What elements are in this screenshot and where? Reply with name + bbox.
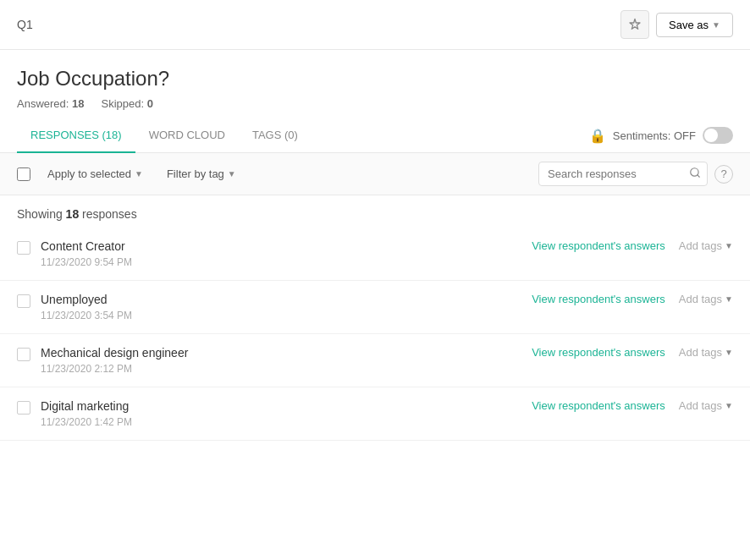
response-content: Content Creator 11/23/2020 9:54 PM [41, 239, 521, 268]
response-checkbox-2[interactable] [17, 348, 30, 361]
view-respondent-link[interactable]: View respondent's answers [532, 293, 665, 305]
response-item: Digital marketing 11/23/2020 1:42 PM Vie… [0, 387, 750, 441]
question-label: Q1 [17, 18, 33, 31]
response-item: Unemployed 11/23/2020 3:54 PM View respo… [0, 281, 750, 334]
response-actions: View respondent's answers Add tags ▼ [532, 293, 733, 305]
response-actions: View respondent's answers Add tags ▼ [532, 346, 733, 359]
answered-stat: Answered: 18 [17, 97, 85, 110]
tab-responses[interactable]: RESPONSES (18) [17, 118, 135, 153]
select-all-checkbox[interactable] [17, 167, 30, 181]
response-actions: View respondent's answers Add tags ▼ [532, 399, 733, 412]
response-text: Unemployed [41, 293, 521, 306]
search-wrapper [538, 162, 708, 186]
pin-button[interactable] [620, 10, 649, 39]
tabs-bar: RESPONSES (18) WORD CLOUD TAGS (0) 🔒 Sen… [0, 118, 750, 153]
response-checkbox-1[interactable] [17, 294, 30, 308]
question-stats: Answered: 18 Skipped: 0 [17, 97, 733, 110]
save-chevron-icon: ▼ [712, 20, 720, 30]
showing-text: Showing 18 responses [0, 195, 750, 228]
response-date: 11/23/2020 3:54 PM [41, 310, 521, 321]
response-checkbox-3[interactable] [17, 401, 30, 415]
header-actions: Save as ▼ [620, 10, 733, 39]
response-actions: View respondent's answers Add tags ▼ [532, 239, 733, 252]
lock-icon: 🔒 [589, 128, 606, 144]
filter-by-tag-button[interactable]: Filter by tag ▼ [160, 164, 243, 184]
add-tags-chevron-icon: ▼ [725, 401, 733, 410]
add-tags-button[interactable]: Add tags ▼ [679, 399, 733, 412]
tab-wordcloud[interactable]: WORD CLOUD [135, 118, 239, 153]
tab-tags[interactable]: TAGS (0) [239, 118, 312, 153]
apply-to-selected-button[interactable]: Apply to selected ▼ [41, 164, 150, 184]
filter-chevron-icon: ▼ [228, 169, 236, 178]
search-icon-button[interactable] [689, 167, 701, 181]
response-date: 11/23/2020 2:12 PM [41, 363, 521, 375]
question-section: Job Occupation? Answered: 18 Skipped: 0 [0, 50, 750, 118]
add-tags-chevron-icon: ▼ [725, 241, 733, 250]
response-text: Digital marketing [41, 399, 521, 413]
apply-chevron-icon: ▼ [135, 169, 143, 178]
add-tags-button[interactable]: Add tags ▼ [679, 346, 733, 359]
skipped-stat: Skipped: 0 [102, 97, 153, 110]
help-button[interactable]: ? [714, 165, 733, 184]
response-list: Content Creator 11/23/2020 9:54 PM View … [0, 228, 750, 441]
add-tags-chevron-icon: ▼ [725, 294, 733, 304]
sentiments-label: Sentiments: OFF [613, 129, 696, 142]
add-tags-button[interactable]: Add tags ▼ [679, 239, 733, 252]
response-date: 11/23/2020 9:54 PM [41, 256, 521, 268]
response-content: Unemployed 11/23/2020 3:54 PM [41, 293, 521, 321]
add-tags-chevron-icon: ▼ [725, 348, 733, 357]
response-content: Digital marketing 11/23/2020 1:42 PM [41, 399, 521, 428]
tabs-container: RESPONSES (18) WORD CLOUD TAGS (0) [17, 118, 312, 152]
response-checkbox-0[interactable] [17, 241, 30, 255]
toolbar: Apply to selected ▼ Filter by tag ▼ ? [0, 153, 750, 195]
add-tags-button[interactable]: Add tags ▼ [679, 293, 733, 305]
response-item: Content Creator 11/23/2020 9:54 PM View … [0, 228, 750, 281]
response-text: Mechanical design engineer [41, 346, 521, 360]
save-as-button[interactable]: Save as ▼ [656, 13, 733, 37]
search-input[interactable] [538, 162, 708, 186]
view-respondent-link[interactable]: View respondent's answers [532, 346, 665, 359]
view-respondent-link[interactable]: View respondent's answers [532, 239, 665, 252]
svg-line-1 [698, 175, 700, 178]
search-area: ? [538, 162, 733, 186]
search-icon [689, 167, 701, 178]
toolbar-left: Apply to selected ▼ Filter by tag ▼ [17, 164, 243, 184]
response-text: Content Creator [41, 239, 521, 253]
header-bar: Q1 Save as ▼ [0, 0, 750, 50]
response-date: 11/23/2020 1:42 PM [41, 416, 521, 428]
view-respondent-link[interactable]: View respondent's answers [532, 399, 665, 412]
toggle-slider [703, 127, 733, 144]
question-title: Job Occupation? [17, 67, 733, 91]
response-content: Mechanical design engineer 11/23/2020 2:… [41, 346, 521, 375]
response-item: Mechanical design engineer 11/23/2020 2:… [0, 334, 750, 387]
sentiments-switch[interactable] [703, 127, 733, 144]
sentiments-toggle: 🔒 Sentiments: OFF [589, 127, 733, 144]
